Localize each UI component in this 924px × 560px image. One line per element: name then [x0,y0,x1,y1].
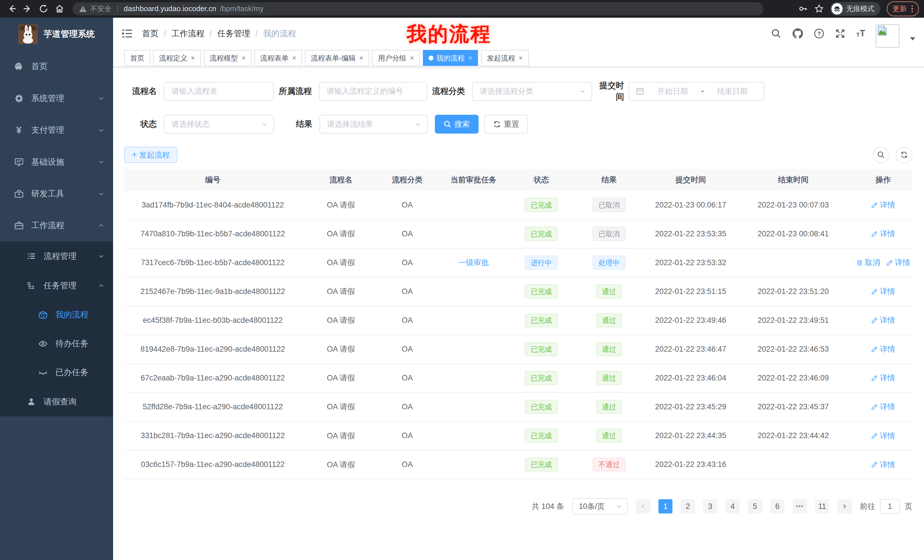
detail-action[interactable]: 详情 [871,286,895,296]
sidebar-item-my-process[interactable]: 我的流程 [0,301,113,329]
reset-button[interactable]: 重置 [484,115,528,133]
detail-action[interactable]: 详情 [871,229,895,239]
bookmark-star-icon[interactable] [814,4,824,13]
close-icon[interactable]: × [468,54,472,61]
sidebar-item-task-management[interactable]: 任务管理 [0,271,113,300]
tab-home[interactable]: 首页 [124,50,150,66]
sidebar-item-payment[interactable]: ¥ 支付管理 [0,114,113,146]
close-icon[interactable]: × [519,54,523,61]
back-icon[interactable] [5,2,18,15]
close-icon[interactable]: × [359,54,363,61]
tab-user-group[interactable]: 用户分组× [372,50,420,66]
url-host: dashboard.yudao.iocoder.cn [124,4,216,13]
security-label[interactable]: 不安全 [90,4,111,13]
reload-icon[interactable] [37,2,50,15]
process-name-input[interactable] [164,82,273,101]
result-tag: 已取消 [592,227,626,241]
help-icon[interactable]: ? [814,28,824,39]
breadcrumb-home[interactable]: 首页 [142,28,159,39]
robot-icon [38,310,48,320]
status-tag: 已完成 [525,371,558,385]
sidebar-item-workflow[interactable]: 工作流程 [0,210,113,241]
page-button[interactable]: 4 [726,499,740,514]
update-label[interactable]: 更新 [892,4,907,13]
close-icon[interactable]: × [191,54,195,61]
address-bar[interactable]: 不安全 dashboard.yudao.iocoder.cn/bpm/task/… [72,2,763,15]
sidebar-item-devtools[interactable]: 研发工具 [0,178,113,210]
table-row: 67c2eaab-7b9a-11ec-a290-acde48001122 OA … [124,364,912,393]
end-date-placeholder[interactable]: 结束日期 [707,86,757,96]
detail-action[interactable]: 详情 [871,315,895,325]
incognito-label: 无痕模式 [846,4,874,13]
fullscreen-icon[interactable] [835,28,846,39]
avatar[interactable] [876,24,899,48]
result-select[interactable]: 请选择流结果 [320,115,428,133]
prev-page-button[interactable] [636,499,650,514]
sidebar-item-infrastructure[interactable]: 基础设施 [0,146,113,178]
sidebar-item-system[interactable]: 系统管理 [0,82,113,114]
page-button[interactable]: 6 [770,499,784,514]
goto-page-input[interactable] [880,499,900,514]
key-icon[interactable] [798,4,808,13]
eye-icon [38,339,48,349]
tab-my-process[interactable]: 我的流程× [423,50,478,66]
close-icon[interactable]: × [242,54,246,61]
detail-action[interactable]: 详情 [871,200,895,210]
page-button[interactable]: 3 [703,499,717,514]
process-definition-input[interactable] [319,82,428,101]
detail-action[interactable]: 详情 [871,460,895,470]
breadcrumb-workflow[interactable]: 工作流程 [171,28,204,39]
close-icon[interactable]: × [410,54,414,61]
task-link[interactable]: 一级审批 [458,258,489,268]
home-icon[interactable] [53,2,66,15]
next-page-button[interactable] [837,499,852,514]
detail-action[interactable]: 详情 [871,344,895,354]
cancel-action[interactable]: 取消 [856,258,880,268]
tab-process-model[interactable]: 流程模型× [204,50,252,66]
browser-update-button[interactable]: 更新 [887,1,919,16]
table-refresh-button[interactable] [896,147,912,163]
forward-icon[interactable] [21,2,34,15]
tab-start-process[interactable]: 发起流程× [481,50,529,66]
status-select[interactable]: 请选择状态 [164,115,274,133]
edit-icon [871,231,878,238]
chevron-down-icon [616,503,622,510]
page-button[interactable]: 2 [681,499,695,514]
search-icon[interactable] [771,28,781,39]
breadcrumb: 首页 / 工作流程 / 任务管理 / 我的流程 [142,28,296,39]
sidebar-item-todo-tasks[interactable]: 待办任务 [0,329,113,358]
sidebar-item-done-tasks[interactable]: 已办任务 [0,358,113,387]
result-tag: 通过 [596,313,622,327]
start-process-button[interactable]: + 发起流程 [124,147,177,163]
sidebar-item-home[interactable]: 首页 [0,51,113,82]
search-button[interactable]: 搜索 [435,115,478,133]
breadcrumb-task-management[interactable]: 任务管理 [217,28,250,39]
avatar-caret-icon[interactable] [910,37,915,40]
tab-process-form-edit[interactable]: 流程表单-编辑× [305,50,369,66]
detail-action[interactable]: 详情 [871,401,895,412]
font-size-icon[interactable]: TT [856,29,866,38]
table-row: 52ffd28e-7b9a-11ec-a290-acde48001122 OA … [124,393,912,422]
github-icon[interactable] [792,28,803,39]
browser-menu-icon[interactable] [911,5,913,12]
table-search-toggle-button[interactable] [873,147,890,163]
submit-time-range-picker[interactable]: 开始日期 - 结束日期 [629,82,764,101]
pagination: 共 104 条 10条/页 1 2 3 4 5 6 [124,498,912,515]
sidebar-item-process-management[interactable]: 流程管理 [0,241,113,271]
category-select[interactable]: 请选择流程分类 [472,82,592,101]
sidebar-item-leave-query[interactable]: 请假查询 [0,387,113,416]
page-button[interactable]: 1 [658,499,673,514]
detail-action[interactable]: 详情 [871,373,895,383]
url-path: /bpm/task/my [220,4,264,13]
tab-process-form[interactable]: 流程表单× [254,50,302,66]
page-button[interactable]: 5 [748,499,762,514]
page-size-select[interactable]: 10条/页 [572,498,628,515]
more-pages-button[interactable]: ••• [793,499,807,514]
sidebar-toggle-icon[interactable] [122,29,132,38]
page-button[interactable]: 11 [815,499,830,514]
start-date-placeholder[interactable]: 开始日期 [648,86,698,96]
detail-action[interactable]: 详情 [886,258,910,268]
tab-process-definition[interactable]: 流程定义× [153,50,201,66]
detail-action[interactable]: 详情 [871,431,895,441]
close-icon[interactable]: × [292,54,296,61]
